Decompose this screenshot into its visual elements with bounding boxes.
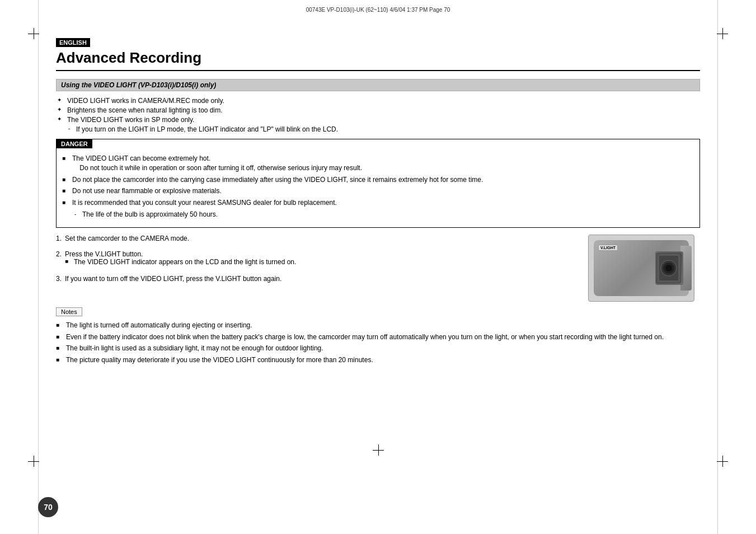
danger-content: The VIDEO LIGHT can become extremely hot…	[57, 152, 699, 227]
notes-bullets-list: The light is turned off automatically du…	[56, 321, 700, 365]
camera-image-column: V.LIGHT	[588, 235, 700, 302]
intro-bullet-3: The VIDEO LIGHT works in SP mode only.	[56, 116, 700, 124]
step-1: 1. Set the camcorder to the CAMERA mode.	[56, 235, 577, 242]
camera-vlight-label: V.LIGHT	[598, 245, 618, 251]
danger-bullet-5: The life of the bulb is approximately 50…	[62, 210, 694, 219]
page-title: Advanced Recording	[56, 49, 700, 71]
step-3-text: If you want to turn off the VIDEO LIGHT,…	[65, 275, 577, 283]
step-2-num: 2.	[56, 250, 65, 258]
step-2: 2. Press the V.LIGHT button. The VIDEO L…	[56, 250, 577, 267]
file-header: 00743E VP-D103(i)-UK (62~110) 4/6/04 1:3…	[306, 7, 450, 13]
notes-bullet-2: Even if the battery indicator does not b…	[56, 332, 700, 342]
step-1-text: Set the camcorder to the CAMERA mode.	[65, 235, 577, 242]
page-number: 70	[38, 497, 58, 517]
notes-bullet-4: The picture quality may deteriorate if y…	[56, 355, 700, 365]
reg-mark-br	[717, 456, 728, 467]
svg-point-4	[665, 265, 672, 271]
language-badge: ENGLISH	[56, 38, 90, 47]
reg-mark-bl	[28, 456, 39, 467]
section-heading: Using the VIDEO LIGHT (VP-D103(i)/D105(i…	[56, 79, 700, 91]
camera-image: V.LIGHT	[588, 235, 694, 302]
intro-bullet-4: If you turn on the LIGHT in LP mode, the…	[56, 125, 700, 133]
intro-bullet-2: Brightens the scene when natural lightin…	[56, 106, 700, 114]
danger-label: DANGER	[57, 139, 92, 148]
notes-box: Notes	[56, 307, 82, 316]
danger-bullets-list: The VIDEO LIGHT can become extremely hot…	[62, 154, 694, 219]
danger-bullet-2: Do not place the camcorder into the carr…	[62, 175, 694, 185]
reg-mark-tl	[28, 28, 39, 39]
intro-bullet-1: VIDEO LIGHT works in CAMERA/M.REC mode o…	[56, 97, 700, 105]
danger-bullet-3: Do not use near flammable or explosive m…	[62, 186, 694, 196]
notes-bullet-3: The built-in light is used as a subsidia…	[56, 344, 700, 353]
intro-bullets-list: VIDEO LIGHT works in CAMERA/M.REC mode o…	[56, 97, 700, 133]
lens-svg	[655, 252, 682, 284]
side-line-left	[38, 0, 39, 534]
danger-bullet-4: It is recommended that you consult your …	[62, 198, 694, 208]
step-3-num: 3.	[56, 275, 65, 283]
step-2-content: Press the V.LIGHT button. The VIDEO LIGH…	[65, 250, 577, 267]
steps-column: 1. Set the camcorder to the CAMERA mode.…	[56, 235, 577, 302]
danger-box: DANGER The VIDEO LIGHT can become extrem…	[56, 139, 700, 228]
side-line-right	[717, 0, 718, 534]
step-1-num: 1.	[56, 235, 65, 242]
step-3: 3. If you want to turn off the VIDEO LIG…	[56, 275, 577, 283]
notes-bullet-1: The light is turned off automatically du…	[56, 321, 700, 330]
danger-bullet-1: The VIDEO LIGHT can become extremely hot…	[62, 154, 694, 173]
step-2-sub-1: The VIDEO LIGHT indicator appears on the…	[65, 258, 577, 266]
step-2-sub-list: The VIDEO LIGHT indicator appears on the…	[65, 258, 577, 266]
reg-mark-tr	[717, 28, 728, 39]
main-content: ENGLISH Advanced Recording Using the VID…	[56, 38, 700, 478]
camera-body: V.LIGHT	[594, 240, 689, 296]
page: 00743E VP-D103(i)-UK (62~110) 4/6/04 1:3…	[0, 0, 756, 534]
steps-image-row: 1. Set the camcorder to the CAMERA mode.…	[56, 235, 700, 302]
